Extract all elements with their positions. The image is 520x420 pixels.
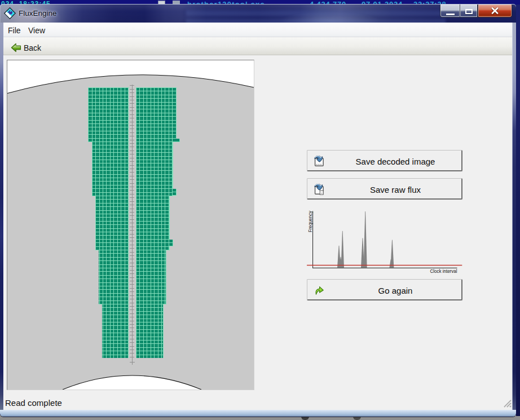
svg-text:Clock interval: Clock interval xyxy=(430,268,457,274)
svg-text:Frequency: Frequency xyxy=(307,210,313,232)
